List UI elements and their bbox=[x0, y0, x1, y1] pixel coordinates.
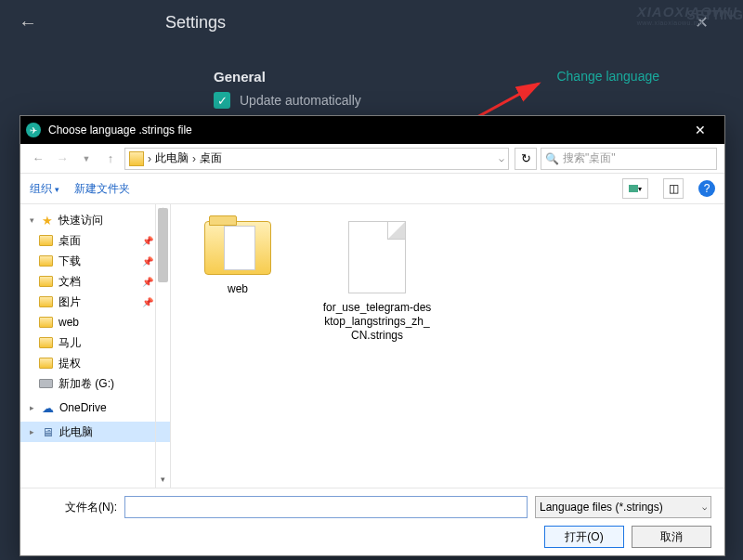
folder-icon bbox=[204, 221, 271, 275]
settings-title: Settings bbox=[165, 13, 226, 33]
item-label: for_use_telegram-desktop_langstrings_zh_… bbox=[321, 301, 433, 343]
search-placeholder: 搜索"桌面" bbox=[563, 150, 616, 166]
cancel-button[interactable]: 取消 bbox=[632, 526, 711, 548]
chevron-right-icon: › bbox=[192, 152, 196, 165]
folder-icon bbox=[39, 255, 53, 267]
scroll-thumb[interactable] bbox=[158, 208, 168, 282]
sidebar-item-desktop[interactable]: 桌面📌 bbox=[20, 230, 170, 251]
folder-icon bbox=[39, 337, 53, 348]
sidebar-item-label: 马儿 bbox=[59, 335, 81, 351]
search-icon: 🔍 bbox=[545, 152, 559, 165]
pin-icon: 📌 bbox=[142, 256, 153, 267]
sidebar-item-pictures[interactable]: 图片📌 bbox=[20, 292, 170, 312]
nav-back-button[interactable]: ← bbox=[28, 149, 48, 169]
sidebar-scrollbar[interactable]: ▴ ▾ bbox=[155, 204, 170, 488]
file-item-strings[interactable]: for_use_telegram-desktop_langstrings_zh_… bbox=[321, 221, 433, 343]
sidebar-onedrive[interactable]: ▸☁OneDrive bbox=[20, 397, 170, 418]
scroll-down-icon[interactable]: ▾ bbox=[156, 475, 170, 488]
sidebar-this-pc[interactable]: ▸🖥此电脑 bbox=[20, 422, 170, 442]
folder-icon bbox=[39, 296, 53, 307]
sidebar-item-documents[interactable]: 文档📌 bbox=[20, 271, 170, 292]
sidebar-item-label: 下载 bbox=[59, 254, 81, 269]
nav-up-button[interactable]: ↑ bbox=[100, 149, 121, 169]
path-segment-root[interactable]: 此电脑 bbox=[155, 150, 189, 166]
file-open-dialog: ✈ Choose language .strings file ✕ ← → ▼ … bbox=[20, 115, 725, 556]
item-label: web bbox=[182, 282, 293, 296]
sidebar-label: 此电脑 bbox=[59, 424, 93, 440]
change-language-link[interactable]: Change language bbox=[556, 69, 659, 84]
pin-icon: 📌 bbox=[142, 297, 153, 307]
sidebar-item-label: 桌面 bbox=[59, 233, 81, 249]
sidebar-item-web[interactable]: web bbox=[20, 312, 170, 332]
sidebar: ▾ ★ 快速访问 桌面📌 下载📌 文档📌 图片📌 web 马儿 提权 新加卷 (… bbox=[20, 204, 171, 488]
organize-menu[interactable]: 组织 ▾ bbox=[30, 181, 59, 197]
sidebar-label: 快速访问 bbox=[59, 213, 103, 228]
sidebar-item-label: 文档 bbox=[59, 274, 81, 290]
sidebar-label: OneDrive bbox=[59, 401, 107, 414]
filetype-label: Language files (*.strings) bbox=[540, 501, 663, 514]
chevron-down-icon: ⌵ bbox=[702, 502, 707, 512]
file-icon bbox=[348, 221, 406, 293]
chevron-right-icon: ▸ bbox=[30, 403, 34, 412]
search-input[interactable]: 🔍 搜索"桌面" bbox=[541, 148, 717, 170]
filename-input[interactable] bbox=[124, 496, 528, 518]
close-icon[interactable]: ✕ bbox=[682, 123, 719, 137]
filetype-select[interactable]: Language files (*.strings)⌵ bbox=[535, 496, 711, 518]
cloud-icon: ☁ bbox=[42, 401, 54, 415]
path-segment-leaf[interactable]: 桌面 bbox=[200, 150, 222, 166]
nav-recent-dropdown[interactable]: ▼ bbox=[76, 149, 97, 169]
chevron-right-icon: ▸ bbox=[30, 427, 34, 436]
open-button[interactable]: 打开(O) bbox=[544, 526, 624, 548]
star-icon: ★ bbox=[42, 214, 53, 228]
sidebar-item-label: 新加卷 (G:) bbox=[59, 376, 114, 392]
new-folder-button[interactable]: 新建文件夹 bbox=[74, 181, 130, 197]
setting-partial-text: SETTING bbox=[686, 7, 743, 22]
path-dropdown-icon[interactable]: ⌵ bbox=[499, 153, 504, 163]
sidebar-item-downloads[interactable]: 下载📌 bbox=[20, 251, 170, 271]
help-button[interactable]: ? bbox=[698, 180, 715, 197]
preview-pane-button[interactable]: ◫ bbox=[663, 178, 684, 199]
folder-item-web[interactable]: web bbox=[182, 221, 293, 296]
folder-icon bbox=[39, 317, 53, 328]
sidebar-item-label: 提权 bbox=[59, 356, 81, 371]
app-icon: ✈ bbox=[26, 123, 41, 137]
refresh-button[interactable]: ↻ bbox=[515, 148, 537, 170]
address-bar[interactable]: › 此电脑 › 桌面 ⌵ bbox=[124, 148, 509, 170]
sidebar-item-label: 图片 bbox=[59, 294, 81, 310]
back-button[interactable]: ← bbox=[11, 8, 45, 37]
sidebar-item-label: web bbox=[59, 316, 79, 329]
chevron-right-icon: › bbox=[148, 152, 151, 165]
nav-forward-button[interactable]: → bbox=[52, 149, 72, 169]
update-auto-checkbox[interactable]: ✓ bbox=[214, 92, 230, 109]
drive-icon bbox=[39, 379, 53, 388]
sidebar-item-drive-g[interactable]: 新加卷 (G:) bbox=[20, 373, 170, 394]
pc-icon: 🖥 bbox=[42, 425, 54, 439]
dialog-title: Choose language .strings file bbox=[48, 124, 192, 137]
pin-icon: 📌 bbox=[142, 236, 153, 246]
general-section-header: General bbox=[214, 69, 266, 85]
filename-label: 文件名(N): bbox=[33, 500, 117, 515]
view-mode-button[interactable]: ▾ bbox=[622, 178, 648, 199]
folder-icon bbox=[129, 151, 144, 166]
folder-icon bbox=[39, 235, 53, 246]
file-list[interactable]: web for_use_telegram-desktop_langstrings… bbox=[171, 204, 724, 488]
sidebar-quick-access[interactable]: ▾ ★ 快速访问 bbox=[20, 210, 170, 230]
folder-icon bbox=[39, 358, 53, 369]
update-auto-label: Update automatically bbox=[240, 93, 361, 108]
chevron-down-icon: ▾ bbox=[30, 215, 34, 225]
sidebar-item-maer[interactable]: 马儿 bbox=[20, 332, 170, 353]
sidebar-item-tiquan[interactable]: 提权 bbox=[20, 353, 170, 373]
pin-icon: 📌 bbox=[142, 277, 153, 287]
folder-icon bbox=[39, 276, 53, 287]
